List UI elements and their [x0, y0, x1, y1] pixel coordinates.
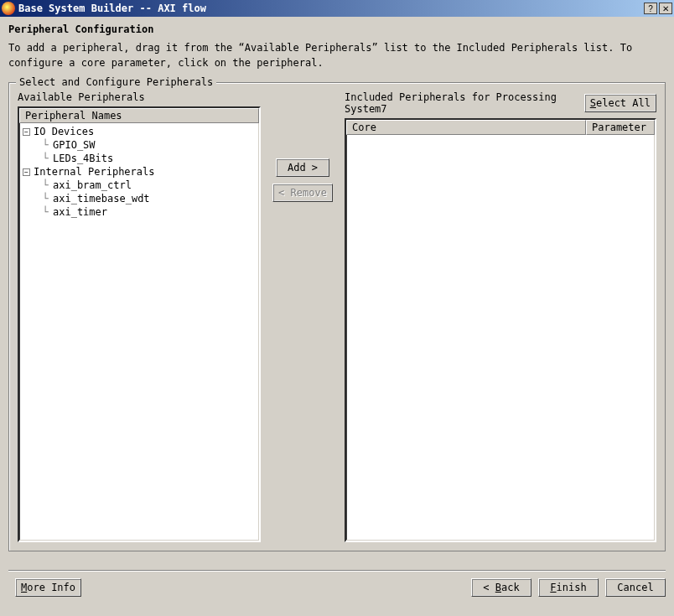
included-label: Included Peripherals for Processing Syst… — [345, 91, 584, 115]
available-listbox[interactable]: Peripheral Names −IO Devices└GPIO_SW└LED… — [18, 106, 261, 542]
tree-label: axi_timer — [53, 205, 107, 219]
tree-item[interactable]: └axi_timebase_wdt — [23, 192, 256, 205]
window-title: Base System Builder -- AXI flow — [18, 3, 642, 14]
included-column-header: Core Parameter — [346, 120, 655, 135]
tree-item[interactable]: └LEDs_4Bits — [23, 152, 256, 165]
tree-label: Internal Peripherals — [34, 165, 155, 179]
titlebar[interactable]: Base System Builder -- AXI flow ? ✕ — [0, 0, 674, 17]
divider — [8, 570, 666, 572]
tree-label: LEDs_4Bits — [53, 152, 113, 165]
page-title: Peripheral Configuration — [8, 23, 666, 35]
bottom-bar: More Info < Back Finish Cancel — [0, 575, 674, 603]
peripherals-fieldset: Select and Configure Peripherals Availab… — [8, 82, 666, 551]
tree-item[interactable]: └GPIO_SW — [23, 138, 256, 152]
collapse-icon[interactable]: − — [23, 128, 30, 136]
col-core[interactable]: Core — [346, 120, 586, 135]
available-label: Available Peripherals — [18, 91, 261, 103]
finish-button[interactable]: Finish — [538, 578, 599, 597]
tree-label: GPIO_SW — [53, 138, 96, 152]
tree-item[interactable]: └axi_timer — [23, 205, 256, 219]
col-peripheral-names[interactable]: Peripheral Names — [19, 108, 259, 123]
cancel-button[interactable]: Cancel — [605, 578, 666, 597]
tree-group[interactable]: −IO Devices — [23, 125, 256, 138]
remove-button[interactable]: < Remove — [272, 184, 333, 202]
included-listbox[interactable]: Core Parameter — [345, 118, 656, 542]
tree-label: IO Devices — [34, 125, 94, 138]
fieldset-legend: Select and Configure Peripherals — [16, 76, 216, 88]
more-info-button[interactable]: More Info — [15, 578, 81, 597]
peripheral-tree[interactable]: −IO Devices└GPIO_SW└LEDs_4Bits−Internal … — [19, 123, 259, 220]
close-button[interactable]: ✕ — [659, 3, 672, 14]
col-parameter[interactable]: Parameter — [586, 120, 655, 135]
tree-group[interactable]: −Internal Peripherals — [23, 165, 256, 179]
app-icon — [2, 2, 15, 15]
select-all-button[interactable]: Select All — [584, 94, 656, 112]
tree-label: axi_timebase_wdt — [53, 192, 150, 205]
help-button[interactable]: ? — [644, 3, 657, 14]
available-column-header: Peripheral Names — [19, 108, 259, 123]
collapse-icon[interactable]: − — [23, 168, 30, 176]
tree-item[interactable]: └axi_bram_ctrl — [23, 179, 256, 192]
page-description: To add a peripheral, drag it from the “A… — [8, 40, 666, 70]
tree-label: axi_bram_ctrl — [53, 179, 132, 192]
add-button[interactable]: Add > — [276, 158, 329, 177]
back-button[interactable]: < Back — [471, 578, 531, 597]
